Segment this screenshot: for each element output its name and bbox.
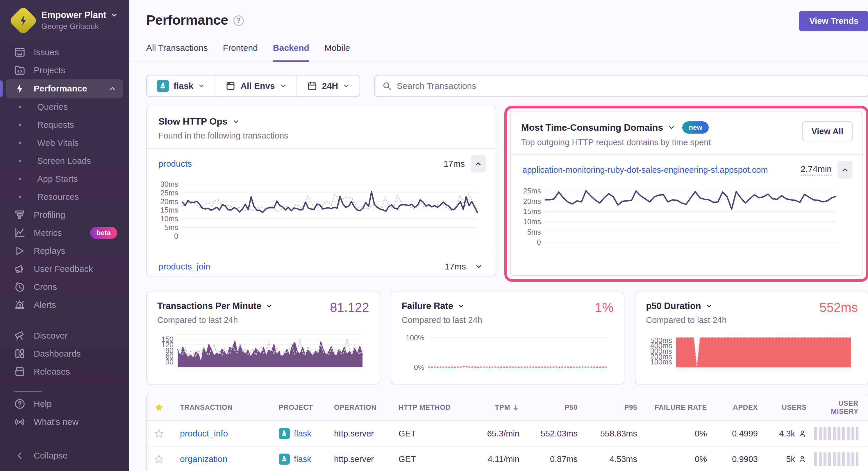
clock-icon	[14, 281, 26, 293]
col-users[interactable]: USERS	[765, 403, 814, 411]
chevron-down-icon	[668, 124, 675, 131]
sidebar-item-screen-loads[interactable]: Screen Loads	[0, 152, 129, 170]
star-toggle[interactable]	[147, 429, 171, 438]
new-badge: new	[682, 122, 709, 134]
sidebar-item-label: Crons	[34, 282, 57, 292]
bullet-dot	[19, 106, 21, 108]
products-link[interactable]: products	[158, 159, 192, 169]
failure-rate-title-dropdown[interactable]: Failure Rate	[402, 301, 614, 311]
transactions-table: TRANSACTION PROJECT OPERATION HTTP METHO…	[146, 394, 868, 471]
http-method-cell: GET	[390, 455, 465, 464]
chevron-down-icon	[705, 302, 713, 310]
failure-rate-value: 1%	[595, 300, 614, 315]
svg-text:20ms: 20ms	[160, 198, 178, 206]
filter-bar: flask All Envs 24H	[146, 75, 360, 97]
tpm-card: Transactions Per Minute 81.122 Compared …	[146, 292, 380, 384]
col-failure-rate[interactable]: FAILURE RATE	[645, 403, 714, 411]
svg-text:30ms: 30ms	[160, 180, 178, 188]
help-question-icon[interactable]: ?	[234, 15, 244, 26]
transaction-link[interactable]: organization	[171, 454, 270, 464]
sidebar-item-replays[interactable]: Replays	[0, 242, 129, 260]
tab-backend[interactable]: Backend	[273, 43, 309, 62]
col-operation[interactable]: OPERATION	[325, 403, 390, 411]
sidebar-collapse-button[interactable]: Collapse	[0, 447, 129, 465]
sidebar-item-dashboards[interactable]: Dashboards	[0, 345, 129, 363]
tab-frontend[interactable]: Frontend	[223, 43, 258, 62]
col-transaction[interactable]: TRANSACTION	[171, 403, 270, 411]
tab-all-transactions[interactable]: All Transactions	[146, 43, 208, 62]
projects-icon	[14, 64, 26, 76]
p50-cell: 552.03ms	[527, 429, 585, 438]
project-cell[interactable]: flask	[270, 428, 325, 439]
user-misery-bars	[814, 427, 859, 440]
search-input[interactable]	[397, 81, 861, 91]
svg-text:25ms: 25ms	[523, 187, 541, 195]
domain-link[interactable]: application-monitoring-ruby-dot-sales-en…	[522, 165, 768, 175]
collapse-chip[interactable]	[471, 155, 486, 172]
transaction-link[interactable]: product_info	[171, 429, 270, 438]
panel-subtitle: Found in the following transactions	[158, 131, 484, 140]
sidebar-item-alerts[interactable]: Alerts	[0, 296, 129, 314]
expand-caret[interactable]	[472, 263, 486, 271]
stat-title: p50 Duration	[646, 301, 701, 311]
sidebar-item-label: Requests	[37, 120, 74, 130]
sidebar-item-crons[interactable]: Crons	[0, 278, 129, 296]
sidebar-item-label: Profiling	[34, 210, 65, 220]
archive-icon	[14, 366, 26, 377]
sidebar-item-resources[interactable]: Resources	[0, 188, 129, 206]
sidebar-item-user-feedback[interactable]: User Feedback	[0, 260, 129, 278]
sidebar-item-app-starts[interactable]: App Starts	[0, 170, 129, 188]
sidebar-item-queries[interactable]: Queries	[0, 98, 129, 116]
environment-filter-label: All Envs	[240, 81, 275, 91]
sidebar-item-whats-new[interactable]: What's new	[0, 413, 129, 431]
sidebar-item-issues[interactable]: Issues	[0, 43, 129, 61]
most-time-consuming-domains-panel: Most Time-Consuming Domains new Top outg…	[510, 111, 863, 276]
svg-text:10ms: 10ms	[160, 214, 178, 223]
col-apdex[interactable]: APDEX	[714, 403, 765, 411]
view-trends-button[interactable]: View Trends	[799, 11, 868, 31]
chevron-down-icon	[457, 302, 465, 310]
slow-http-ops-title-dropdown[interactable]: Slow HTTP Ops	[158, 116, 484, 127]
sidebar-item-profiling[interactable]: Profiling	[0, 206, 129, 224]
project-cell[interactable]: flask	[270, 453, 325, 465]
operation-cell: http.server	[325, 429, 390, 438]
star-column-header[interactable]	[147, 402, 171, 412]
time-spent-value[interactable]: 2.74min	[801, 164, 832, 176]
page-title: Performance	[146, 12, 228, 28]
help-icon	[14, 398, 26, 410]
sidebar-item-help[interactable]: Help	[0, 395, 129, 413]
org-switcher[interactable]: Empower Plant George Gritsouk	[0, 0, 129, 31]
sidebar-item-web-vitals[interactable]: Web Vitals	[0, 134, 129, 152]
col-http-method[interactable]: HTTP METHOD	[390, 403, 465, 411]
sidebar-item-label: Help	[34, 399, 52, 409]
sidebar-item-releases[interactable]: Releases	[0, 363, 129, 381]
sidebar-item-discover[interactable]: Discover	[0, 327, 129, 345]
domains-title-dropdown[interactable]: Most Time-Consuming Domains new	[521, 122, 802, 134]
sidebar-item-projects[interactable]: Projects	[0, 61, 129, 79]
environment-filter[interactable]: All Envs	[215, 75, 296, 96]
svg-text:100%: 100%	[406, 334, 425, 342]
sidebar-item-metrics[interactable]: Metrics beta	[0, 224, 129, 242]
col-tpm-sorted[interactable]: TPM	[465, 403, 527, 412]
col-user-misery[interactable]: USER MISERY	[814, 399, 868, 415]
date-range-filter[interactable]: 24H	[297, 75, 360, 96]
sidebar: Empower Plant George Gritsouk Issues Pro…	[0, 0, 129, 471]
performance-icon	[14, 83, 26, 94]
p95-cell: 558.83ms	[585, 429, 645, 438]
sidebar-item-requests[interactable]: Requests	[0, 116, 129, 134]
sidebar-item-label: Dashboards	[34, 349, 81, 359]
view-all-button[interactable]: View All	[802, 122, 852, 141]
sidebar-item-performance[interactable]: Performance	[6, 79, 123, 98]
collapse-chip[interactable]	[837, 161, 852, 178]
chevron-down-icon	[198, 82, 205, 90]
star-toggle[interactable]	[147, 454, 171, 464]
col-project[interactable]: PROJECT	[270, 403, 325, 411]
tab-mobile[interactable]: Mobile	[324, 43, 350, 62]
project-filter[interactable]: flask	[147, 75, 215, 96]
products-join-link[interactable]: products_join	[158, 262, 210, 271]
sidebar-item-label: User Feedback	[34, 264, 93, 274]
col-p50[interactable]: P50	[527, 403, 585, 411]
bullet-dot	[19, 160, 21, 162]
svg-text:15ms: 15ms	[160, 206, 178, 214]
col-p95[interactable]: P95	[585, 403, 645, 411]
